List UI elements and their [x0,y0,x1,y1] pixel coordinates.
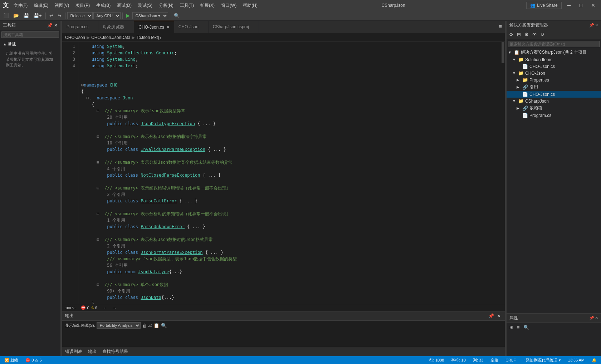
toolbar-run-btn[interactable]: ▶ [124,12,132,19]
notification-icon[interactable]: 🔔 [590,358,598,363]
tree-item-cho-json[interactable]: ▼ 📁 CHO-Json [507,70,601,77]
menu-item[interactable]: 视图(V) [52,2,72,9]
se-sync-btn[interactable]: ⟳ [508,31,515,38]
menu-item[interactable]: 分析(N) [156,2,176,9]
output-source-select[interactable]: Portability Analysis [97,322,141,329]
menu-item[interactable]: 调试(D) [114,2,135,9]
tab-program-cs[interactable]: Program.cs ✕ [62,21,98,33]
warning-icon: ⚠ [91,305,94,310]
output-source-row: 显示输出来源(S): Portability Analysis 🗑 ⇄ 📋 🔍 [62,321,505,330]
status-row[interactable]: 行: 1088 [428,358,446,363]
menu-item[interactable]: 帮助(H) [240,2,260,9]
prop-list-btn[interactable]: ≡ [516,324,521,331]
status-space[interactable]: 空格 [489,358,500,363]
menu-item[interactable]: 编辑(E) [31,2,51,9]
toolbox-panel: 工具箱 📌 ✕ ▲ 常规 此组中没有可用的控件。将某项拖至此文本可将其添加到工具… [0,21,61,356]
toolbar-open-btn[interactable]: 📂 [11,12,21,19]
toolbar-saveall-btn[interactable]: 💾+ [31,12,44,19]
code-content[interactable]: using System; using System.Collections.G… [78,42,501,304]
output-clear-btn[interactable]: 🗑 [142,323,147,328]
menu-item[interactable]: 扩展(X) [197,2,218,9]
tabs-scroll-btn[interactable]: ≡ [496,24,505,30]
toolbar-search-btn[interactable]: 🔍 [172,12,181,19]
prop-search-btn[interactable]: 🔍 [522,324,531,331]
tree-item-references[interactable]: ▶ 🔗 引用 [507,83,601,91]
status-char[interactable]: 字符: 10 [450,358,467,363]
breadcrumb-class[interactable]: CHO.Json.JsonData [91,35,130,40]
se-search-input[interactable] [508,41,600,47]
output-wrap-btn[interactable]: ⇄ [148,323,152,328]
toolbox-category-general[interactable]: ▲ 常规 [3,41,58,48]
tree-item-solution-items[interactable]: ▼ 📁 Solution Items [507,56,601,63]
menu-item[interactable]: 测试(S) [135,2,155,9]
tree-item-cho-json-cs-2[interactable]: 📄 CHO-Json.cs [507,91,601,98]
output-close-btn[interactable]: ✕ [496,313,502,319]
menu-item[interactable]: 文件(F) [11,2,30,9]
minimize-button[interactable]: ─ [565,2,574,9]
code-line: public class NotClosedParseException { .… [81,172,498,178]
toolbar-new-btn[interactable]: ⬛ [1,12,11,19]
status-col[interactable]: 列: 33 [471,358,485,363]
status-errors[interactable]: ⛔ 0 ⚠ 6 [24,358,43,363]
se-filter-btn[interactable]: ⚙ [523,31,530,38]
tree-item-properties[interactable]: ▶ 📁 Properties [507,77,601,83]
se-collapse-btn[interactable]: ⊟ [516,31,522,38]
zoom-level[interactable]: 100 % [65,306,75,310]
tree-item-dependencies[interactable]: ▶ 🔗 依赖项 [507,104,601,112]
live-share-button[interactable]: 👥 Live Share [526,2,561,9]
maximize-button[interactable]: □ [577,2,585,9]
toolbar-redo-btn[interactable]: ↪ [56,12,63,19]
prop-pin-btn[interactable]: 📌 [589,316,594,320]
tree-item-solution[interactable]: ▼ 📋 解决方案'CSharpJson'(共 2 个项目 [507,49,601,56]
bottom-tab-find-results[interactable]: 查找符号结果 [102,347,128,356]
se-pin-btn[interactable]: 📌 [589,23,594,28]
toolbar-undo-btn[interactable]: ↩ [48,12,55,19]
code-line: 99+ 个引用 [81,288,498,294]
scroll-thumb[interactable] [502,42,504,63]
breadcrumb-namespace[interactable]: CHO-Json [65,35,85,40]
vertical-scrollbar[interactable] [501,42,505,304]
toolbar-save-btn[interactable]: 💾 [21,12,31,19]
tab-close-cho-json-cs[interactable]: ✕ [166,25,170,29]
se-close-btn[interactable]: ✕ [595,23,598,28]
configuration-select[interactable]: Release [67,12,93,19]
prop-close-btn[interactable]: ✕ [595,316,598,320]
error-indicator[interactable]: ⛔ 0 ⚠ 6 [81,305,97,310]
output-copy-btn[interactable]: 📋 [153,323,160,328]
output-find-btn[interactable]: 🔍 [161,323,167,328]
code-line: ⊞ /// <summary> 表示分析时的未知错误（此异常一般不会出现） [81,211,498,217]
nav-back[interactable]: ← [103,306,107,310]
toolbox-close-btn[interactable]: ✕ [54,23,58,28]
menu-item[interactable]: 窗口(W) [218,2,239,9]
code-line: ⊞ /// <summary> 表示分析Json数据时的Json格式异常 [81,236,498,243]
se-preview-btn[interactable]: 👁 [531,31,538,38]
bottom-tab-error-list[interactable]: 错误列表 [65,347,82,356]
nav-forward[interactable]: → [113,306,117,310]
tab-cho-json-cs[interactable]: CHO-Json.cs ✕ [134,21,174,33]
project-select[interactable]: CSharpJson ▾ [132,12,168,19]
menu-item[interactable]: 生成(B) [93,2,113,9]
tree-item-csharpjson[interactable]: ▼ 📁 CSharpJson [507,98,601,104]
status-add-source[interactable]: ↑ 添加到源代码管理 ▾ [522,358,562,363]
se-refresh-btn[interactable]: ↺ [539,31,546,38]
prop-grid-btn[interactable]: ⊞ [508,324,515,331]
tab-object-browser[interactable]: 对象浏览器 ✕ [98,21,134,33]
breadcrumb-method[interactable]: ToJsonText() [136,35,161,40]
code-editor[interactable]: using System; using System.Collections.G… [78,42,505,304]
output-pin-btn[interactable]: 📌 [487,313,495,319]
tab-csharpjson-csproj[interactable]: CSharpJson.csproj ✕ [209,21,259,33]
toolbox-search-input[interactable] [1,31,59,38]
tree-label-references: 引用 [529,84,538,90]
status-crlf[interactable]: CRLF [504,358,517,362]
status-ready[interactable]: 🔀 就绪 [3,358,20,363]
menu-item[interactable]: 项目(P) [73,2,93,9]
menu-item[interactable]: 工具(T) [177,2,197,9]
bottom-tab-output[interactable]: 输出 [88,347,97,356]
toolbox-pin-btn[interactable]: 📌 [47,23,53,28]
tab-cho-json[interactable]: CHO-Json ✕ [174,21,209,33]
close-button[interactable]: ✕ [588,2,598,9]
platform-select[interactable]: Any CPU [93,12,121,19]
tree-item-cho-json-cs-1[interactable]: 📄 CHO-Json.cs [507,63,601,70]
solution-tree: ▼ 📋 解决方案'CSharpJson'(共 2 个项目 ▼ 📁 Solutio… [507,49,601,119]
tree-item-program-cs[interactable]: 📄 Program.cs [507,112,601,119]
